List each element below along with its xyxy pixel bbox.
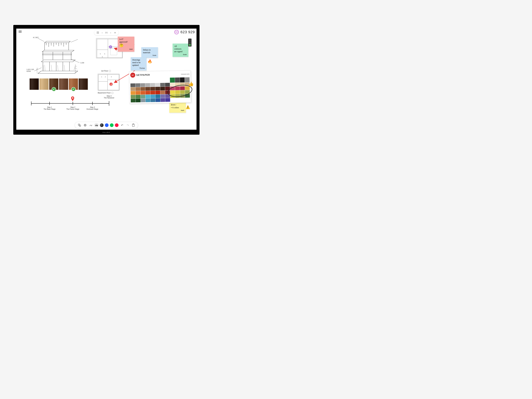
color-swatch[interactable] xyxy=(131,83,135,87)
floor-marker-7[interactable]: 7 xyxy=(109,45,112,49)
prev-page-icon[interactable]: ‹ xyxy=(100,31,104,35)
color-swatch[interactable] xyxy=(151,98,155,102)
rotate-icon[interactable] xyxy=(111,92,113,94)
color-swatch[interactable] xyxy=(180,90,185,94)
color-swatch[interactable] xyxy=(165,90,170,94)
wood-swatch[interactable] xyxy=(30,78,39,90)
color-swatch[interactable] xyxy=(145,87,150,91)
color-red[interactable] xyxy=(115,123,119,127)
sticky-note[interactable]: Is #7 approved?🤔Mark xyxy=(118,37,134,52)
color-swatch[interactable] xyxy=(146,91,150,95)
sticky-note[interactable]: Drawings need to be updatedThomas xyxy=(131,57,146,70)
color-swatch[interactable] xyxy=(136,95,140,98)
color-swatch[interactable] xyxy=(165,98,170,102)
wood-swatch[interactable] xyxy=(39,78,49,90)
color-swatch[interactable] xyxy=(185,86,190,90)
color-chart[interactable]: SET SETPAPER STANDARD SIZES 👍 xyxy=(129,70,191,104)
wood-swatch[interactable]: ✓ xyxy=(49,78,58,90)
present-icon[interactable] xyxy=(174,30,179,34)
color-swatch[interactable] xyxy=(165,87,170,90)
sticky-note[interactable]: All contracts are signedSusie xyxy=(173,44,188,57)
pen-thin-icon[interactable] xyxy=(89,123,93,127)
sticker-icon[interactable] xyxy=(83,123,87,127)
color-swatch[interactable] xyxy=(131,95,135,99)
color-swatch[interactable] xyxy=(151,95,155,98)
add-page-icon[interactable]: ＋ xyxy=(113,31,117,35)
color-swatch[interactable] xyxy=(140,87,145,91)
grid-view-icon[interactable] xyxy=(96,31,100,35)
color-swatch[interactable] xyxy=(165,83,170,86)
canvas[interactable]: ‹ 1/1 › ＋ 623 929 xyxy=(16,29,196,130)
color-swatch[interactable] xyxy=(180,94,185,98)
wood-swatch[interactable]: ✓ xyxy=(69,78,78,90)
color-swatch[interactable] xyxy=(175,86,180,90)
color-swatch[interactable] xyxy=(155,98,160,102)
color-swatch[interactable] xyxy=(145,83,150,87)
next-page-icon[interactable]: › xyxy=(109,31,113,35)
color-swatch[interactable] xyxy=(131,91,135,95)
color-swatch[interactable] xyxy=(136,99,140,102)
floor-marker-4[interactable]: 4 xyxy=(109,82,113,86)
monitor-bezel: SHARP ‹ 1/1 › ＋ 623 929 xyxy=(13,25,200,135)
color-swatch[interactable] xyxy=(185,90,190,94)
color-swatch[interactable] xyxy=(160,87,165,90)
wood-swatch[interactable] xyxy=(79,78,88,90)
color-swatch[interactable] xyxy=(160,83,165,86)
color-swatch[interactable] xyxy=(140,83,145,87)
wood-swatch[interactable] xyxy=(59,78,68,90)
floor-label-first: 1st Floor xyxy=(101,70,111,72)
whiteboard-screen: ‹ 1/1 › ＋ 623 929 xyxy=(16,29,196,130)
color-swatch[interactable] xyxy=(155,87,160,90)
color-swatch[interactable] xyxy=(141,99,146,102)
color-swatch[interactable] xyxy=(150,91,155,95)
color-swatch[interactable] xyxy=(135,83,140,87)
color-swatch[interactable] xyxy=(175,83,180,86)
color-swatch[interactable] xyxy=(170,90,175,94)
menu-icon[interactable] xyxy=(18,30,22,33)
floorplan-basement[interactable]: 1 2 3 4 xyxy=(98,74,119,90)
sticky-note[interactable]: Delays in materialsSusie xyxy=(141,47,158,58)
undo-icon[interactable]: ↶ xyxy=(120,123,124,127)
color-swatch[interactable] xyxy=(155,95,160,98)
color-black[interactable] xyxy=(100,123,104,127)
color-swatch[interactable] xyxy=(175,94,180,98)
color-swatch[interactable] xyxy=(165,94,170,98)
clipboard-icon[interactable] xyxy=(131,123,135,127)
page-toolbar: ‹ 1/1 › ＋ xyxy=(94,30,119,35)
color-swatch[interactable] xyxy=(155,83,160,87)
color-swatch[interactable] xyxy=(155,91,160,94)
color-swatch[interactable] xyxy=(175,90,180,94)
color-swatch[interactable] xyxy=(160,98,165,102)
color-swatch-grid xyxy=(130,77,190,102)
color-swatch[interactable] xyxy=(140,91,145,95)
color-swatch[interactable] xyxy=(131,99,135,102)
color-swatch[interactable] xyxy=(180,86,185,90)
color-swatch[interactable] xyxy=(135,91,140,95)
color-swatch[interactable] xyxy=(170,94,175,98)
color-swatch[interactable] xyxy=(170,83,175,86)
color-swatch[interactable] xyxy=(140,95,145,98)
color-swatch[interactable] xyxy=(180,82,185,86)
color-swatch[interactable] xyxy=(175,77,180,82)
color-swatch[interactable] xyxy=(146,95,150,98)
color-blue[interactable] xyxy=(105,123,108,127)
color-swatch[interactable] xyxy=(146,98,150,102)
color-swatch[interactable] xyxy=(185,94,190,98)
redo-icon[interactable]: ↷ xyxy=(126,123,130,127)
color-swatch[interactable] xyxy=(131,87,135,91)
color-swatch[interactable] xyxy=(160,90,165,94)
color-green[interactable] xyxy=(110,123,114,127)
rotate-icon[interactable] xyxy=(109,70,111,72)
color-swatch[interactable] xyxy=(150,87,155,91)
chart-title: SETPAPER xyxy=(136,73,180,76)
color-swatch[interactable] xyxy=(135,87,140,91)
color-swatch[interactable] xyxy=(170,86,175,90)
color-swatch[interactable] xyxy=(180,77,185,82)
color-swatch[interactable] xyxy=(160,94,165,98)
shapes-icon[interactable] xyxy=(77,123,82,127)
pen-thick-icon[interactable] xyxy=(94,123,99,127)
top-left-controls xyxy=(18,30,22,33)
room-num: 1 xyxy=(101,76,102,78)
color-swatch[interactable] xyxy=(150,83,155,87)
color-swatch[interactable] xyxy=(170,77,175,82)
